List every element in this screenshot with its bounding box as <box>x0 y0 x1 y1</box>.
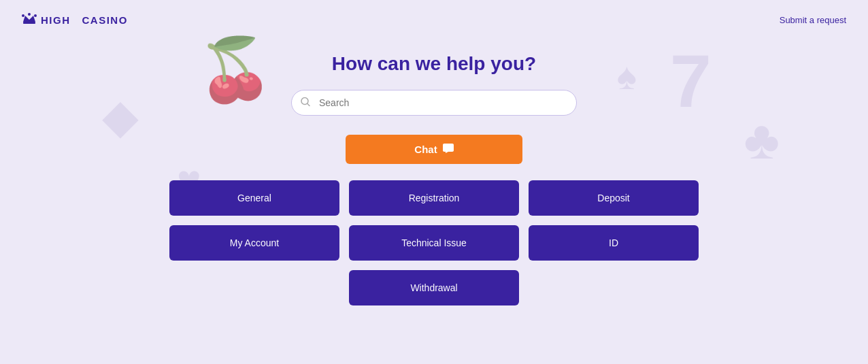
svg-point-1 <box>22 14 24 17</box>
logo-text: HIGH CASINO <box>41 14 128 26</box>
chat-button[interactable]: Chat <box>346 135 522 164</box>
main-content: How can we help you? Chat General Regist… <box>0 39 868 305</box>
submit-request-link[interactable]: Submit a request <box>780 15 846 25</box>
empty-col-right <box>529 270 699 305</box>
logo-crown-icon <box>22 11 37 29</box>
category-button-general[interactable]: General <box>169 180 339 216</box>
svg-marker-0 <box>23 16 35 22</box>
category-button-registration[interactable]: Registration <box>349 180 519 216</box>
categories-grid: General Registration Deposit My Account … <box>169 180 699 305</box>
category-button-my-account[interactable]: My Account <box>169 225 339 261</box>
hero-title: How can we help you? <box>332 53 536 75</box>
svg-point-2 <box>34 14 37 17</box>
logo: HIGH CASINO <box>22 11 128 29</box>
category-button-id[interactable]: ID <box>529 225 699 261</box>
header: HIGH CASINO Submit a request <box>0 0 868 39</box>
svg-point-3 <box>28 13 31 16</box>
category-button-deposit[interactable]: Deposit <box>529 180 699 216</box>
search-container <box>291 90 577 116</box>
category-button-withdrawal[interactable]: Withdrawal <box>349 270 519 305</box>
svg-line-6 <box>307 104 310 106</box>
search-icon <box>301 97 310 109</box>
search-input[interactable] <box>291 90 577 116</box>
category-button-technical-issue[interactable]: Technical Issue <box>349 225 519 261</box>
chat-bubble-icon <box>443 144 454 155</box>
empty-col-left <box>169 270 339 305</box>
svg-rect-4 <box>23 22 35 24</box>
